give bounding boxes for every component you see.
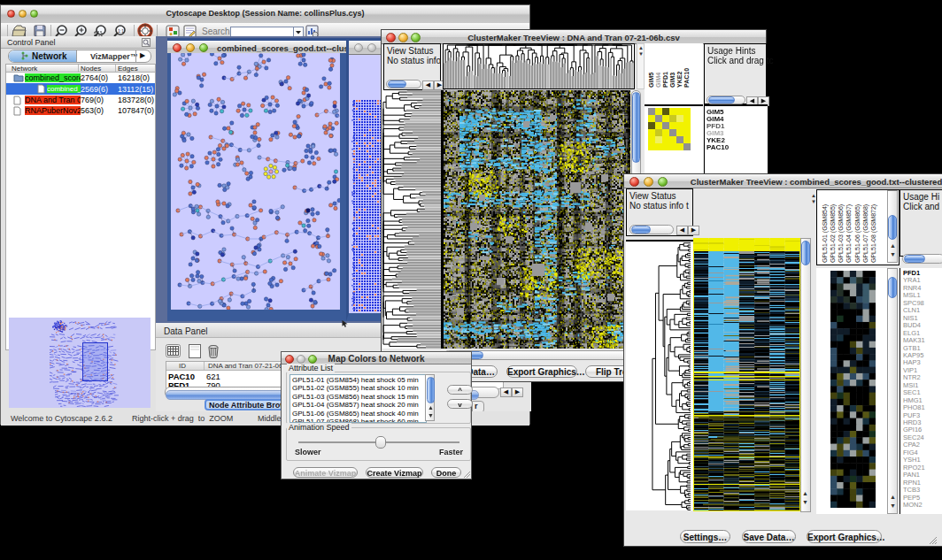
svg-text:Search:: Search: xyxy=(202,27,232,36)
svg-text:1:1: 1:1 xyxy=(118,28,124,34)
